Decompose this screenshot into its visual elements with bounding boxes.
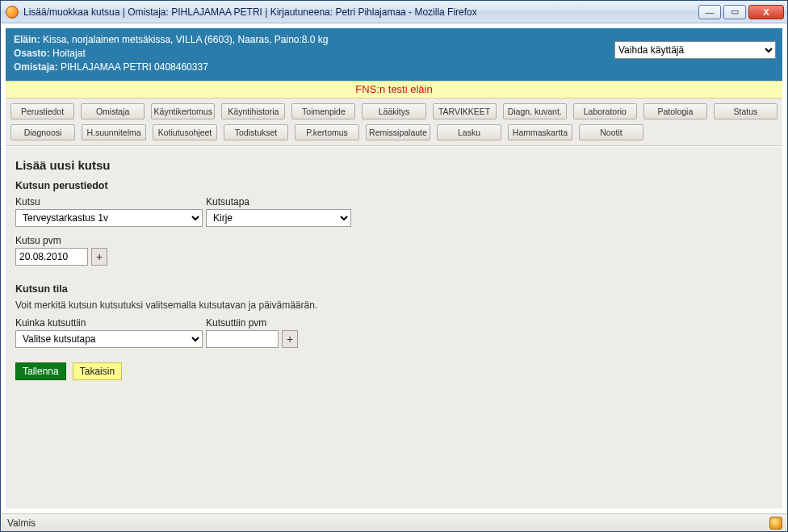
how-select[interactable]: Valitse kutsutapa bbox=[15, 330, 203, 348]
menu-remissipalaute[interactable]: Remissipalaute bbox=[366, 124, 430, 140]
minimize-button[interactable]: — bbox=[698, 5, 721, 19]
firefox-icon bbox=[6, 6, 19, 19]
menu-kayntikertomus[interactable]: Käyntikertomus bbox=[151, 103, 215, 119]
save-button[interactable]: Tallenna bbox=[15, 362, 66, 380]
menu-tarvikkeet[interactable]: TARVIKKEET bbox=[433, 103, 497, 119]
kpvm-label: Kutsu pvm bbox=[15, 235, 773, 246]
page-title: Lisää uusi kutsu bbox=[15, 158, 773, 172]
section-tila: Kutsun tila bbox=[15, 283, 773, 295]
field-when: Kutsuttiin pvm + bbox=[206, 317, 298, 348]
menu-lasku[interactable]: Lasku bbox=[437, 124, 501, 140]
field-kpvm: Kutsu pvm + bbox=[15, 235, 773, 266]
field-kutsutapa: Kutsutapa Kirje bbox=[206, 196, 351, 227]
menu-kayntihistoria[interactable]: Käyntihistoria bbox=[221, 103, 285, 119]
back-button[interactable]: Takaisin bbox=[73, 362, 122, 380]
content-area: Eläin: Kissa, norjalainen metsäkissa, VI… bbox=[1, 23, 787, 513]
owner-value: PIHLAJAMAA PETRI 0408460337 bbox=[61, 61, 208, 73]
row-kutsu-kutsutapa: Kutsu Terveystarkastus 1v Kutsutapa Kirj… bbox=[15, 196, 773, 227]
menu-diag-kuvant[interactable]: Diagn. kuvant. bbox=[503, 103, 567, 119]
field-kutsu: Kutsu Terveystarkastus 1v bbox=[15, 196, 203, 227]
menu-toimenpide[interactable]: Toimenpide bbox=[291, 103, 355, 119]
dept-label: Osasto: bbox=[14, 48, 50, 59]
menubar-row-1: Perustiedot Omistaja Käyntikertomus Käyn… bbox=[10, 103, 778, 119]
menu-nootit[interactable]: Nootit bbox=[579, 124, 643, 140]
menu-laboratorio[interactable]: Laboratorio bbox=[573, 103, 637, 119]
status-text: Valmis bbox=[7, 517, 36, 529]
row-how-when: Kuinka kutsuttiin Valitse kutsutapa Kuts… bbox=[15, 317, 773, 348]
menu-hammaskartta[interactable]: Hammaskartta bbox=[508, 124, 572, 140]
user-switch: Vaihda käyttäjä bbox=[614, 41, 776, 59]
action-buttons: Tallenna Takaisin bbox=[15, 362, 773, 380]
menu-kotiutusohjeet[interactable]: Kotiutusohjeet bbox=[153, 124, 217, 140]
menu-patologia[interactable]: Patologia bbox=[643, 103, 707, 119]
help-text: Voit merkitä kutsun kutsutuksi valitsema… bbox=[15, 300, 773, 311]
kpvm-input[interactable] bbox=[15, 248, 88, 266]
window-title: Lisää/muokkaa kutsua | Omistaja: PIHLAJA… bbox=[23, 6, 698, 18]
animal-label: Eläin: bbox=[14, 34, 40, 45]
app-window: Lisää/muokkaa kutsua | Omistaja: PIHLAJA… bbox=[0, 0, 788, 532]
dept-value: Hoitajat bbox=[52, 48, 86, 59]
kpvm-plus-button[interactable]: + bbox=[91, 248, 107, 266]
menubar-row-2: Diagnoosi H.suunnitelma Kotiutusohjeet T… bbox=[10, 124, 778, 140]
form-area: Lisää uusi kutsu Kutsun perustiedot Kuts… bbox=[6, 146, 782, 509]
menubar: Perustiedot Omistaja Käyntikertomus Käyn… bbox=[6, 98, 782, 146]
kutsu-select[interactable]: Terveystarkastus 1v bbox=[15, 209, 203, 227]
user-switch-select[interactable]: Vaihda käyttäjä bbox=[614, 41, 776, 59]
menu-todistukset[interactable]: Todistukset bbox=[224, 124, 288, 140]
animal-value: Kissa, norjalainen metsäkissa, VILLA (66… bbox=[43, 34, 329, 45]
info-header: Eläin: Kissa, norjalainen metsäkissa, VI… bbox=[6, 28, 782, 81]
maximize-button[interactable]: ▭ bbox=[723, 5, 746, 19]
kutsutapa-label: Kutsutapa bbox=[206, 196, 351, 207]
owner-label: Omistaja: bbox=[14, 61, 58, 73]
window-buttons: — ▭ X bbox=[698, 5, 784, 19]
field-how: Kuinka kutsuttiin Valitse kutsutapa bbox=[15, 317, 203, 348]
when-label: Kutsuttiin pvm bbox=[206, 317, 298, 329]
kutsutapa-select[interactable]: Kirje bbox=[206, 209, 351, 227]
menu-status[interactable]: Status bbox=[714, 103, 778, 119]
when-row: + bbox=[206, 330, 298, 348]
menu-omistaja[interactable]: Omistaja bbox=[81, 103, 145, 119]
how-label: Kuinka kutsuttiin bbox=[15, 317, 203, 329]
statusbar: Valmis bbox=[1, 513, 787, 531]
when-plus-button[interactable]: + bbox=[282, 330, 298, 348]
kpvm-row: + bbox=[15, 248, 773, 266]
section-perustiedot: Kutsun perustiedot bbox=[15, 180, 773, 191]
menu-hsuunnitelma[interactable]: H.suunnitelma bbox=[82, 124, 146, 140]
titlebar: Lisää/muokkaa kutsua | Omistaja: PIHLAJA… bbox=[1, 1, 787, 23]
owner-row: Omistaja: PIHLAJAMAA PETRI 0408460337 bbox=[14, 61, 774, 74]
menu-laakitys[interactable]: Lääkitys bbox=[362, 103, 425, 119]
menu-perustiedot[interactable]: Perustiedot bbox=[10, 103, 74, 119]
menu-diagnoosi[interactable]: Diagnoosi bbox=[10, 124, 75, 140]
close-button[interactable]: X bbox=[748, 5, 784, 19]
menu-pkertomus[interactable]: P.kertomus bbox=[295, 124, 359, 140]
security-icon bbox=[769, 517, 782, 530]
test-banner: FNS:n testi eläin bbox=[6, 81, 782, 98]
kutsu-label: Kutsu bbox=[15, 196, 203, 207]
when-input[interactable] bbox=[206, 330, 279, 348]
